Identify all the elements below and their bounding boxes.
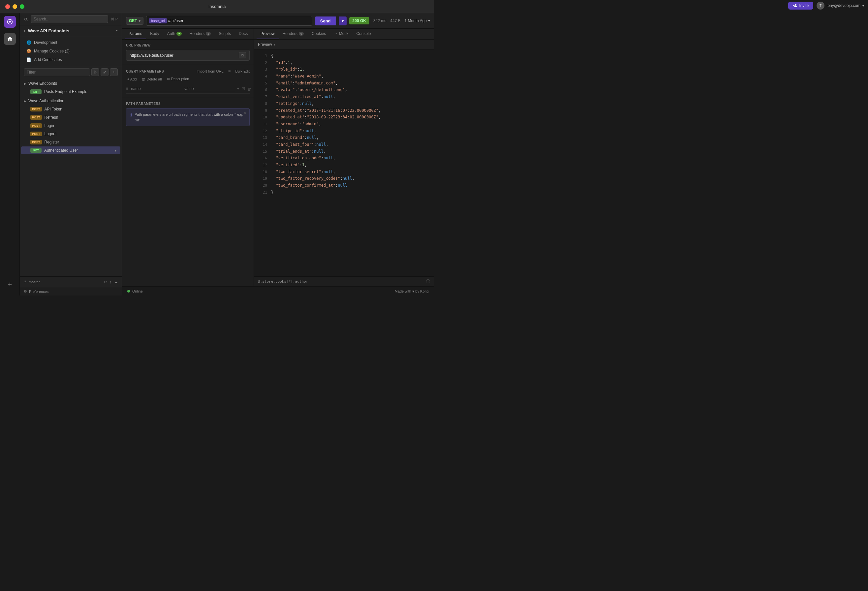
param-value-input[interactable] [183,86,235,92]
sidebar-item-cookies[interactable]: 🍪 Manage Cookies (2) [24,47,118,55]
maximize-button[interactable] [20,4,24,9]
json-line-16: 16 "verification_code": null, [258,155,430,162]
json-line-8: 8 "settings": null, [258,100,430,107]
json-line-3: 3 "role_id": 1, [258,66,430,73]
expand-button[interactable]: ⤢ [100,68,108,76]
sidebar-item-development[interactable]: 🌐 Development [24,38,118,47]
tab-params[interactable]: Params [125,29,146,39]
response-headers-count: 9 [299,32,304,35]
query-params-title: QUERY PARAMETERS [126,69,194,73]
response-stats: 200 OK 322 ms 447 B 1 Month Ago ▾ [349,17,430,24]
tab-response-headers-label: Headers [283,31,297,36]
tab-scripts[interactable]: Scripts [215,29,235,39]
path-params-section: PATH PARAMETERS ℹ Path parameters are ur… [122,98,254,286]
sort-button[interactable]: ⇅ [92,68,99,76]
minimize-button[interactable] [13,4,17,9]
preview-label: Preview [258,42,272,47]
copy-url-button[interactable]: ⧉ [239,52,246,58]
param-check-button[interactable]: ☑ [241,86,246,92]
separator: 👁 [227,69,232,74]
tab-docs[interactable]: Docs [235,29,252,39]
sync-icon-2[interactable]: ↑ [110,280,112,284]
tab-preview[interactable]: Preview [257,29,279,39]
request-panel: Params Body Auth ● Headers 2 Scripts [122,29,254,286]
preview-dropdown-icon[interactable]: ▾ [273,42,275,47]
sync-icon-1[interactable]: ⟳ [104,280,107,284]
collection-wave-auth-header[interactable]: ▶ Wave Authentication [20,97,122,105]
back-button[interactable]: ‹ [24,28,25,33]
collection-wave-endpoints-header[interactable]: ▶ Wave Endpoints [20,80,122,87]
preview-header: Preview ▾ [254,40,434,50]
tab-response-headers[interactable]: Headers 9 [279,29,308,39]
tab-console-label: Console [356,31,371,36]
import-from-url-button[interactable]: Import from URL [196,69,223,73]
tab-auth[interactable]: Auth ● [163,29,186,39]
send-button[interactable]: Send [315,16,336,25]
preferences-label[interactable]: Preferences [29,290,49,294]
method-badge-post-3: POST [30,123,42,128]
search-input[interactable] [31,15,108,23]
request-bar: GET ▾ base_url /api/user Send ▾ 200 OK 3… [122,13,434,29]
branch-name: master [29,280,40,284]
tab-params-label: Params [128,31,142,36]
param-dropdown-button[interactable]: ▾ [236,86,240,92]
description-button[interactable]: ⊕ Description [165,76,190,82]
app-logo[interactable] [4,16,16,28]
sync-icon-3[interactable]: ☁ [114,280,118,284]
tab-console[interactable]: Console [352,29,375,39]
top-search-bar: ⌘ P [20,13,122,25]
request-refresh[interactable]: POST Refresh [21,114,120,121]
request-api-token[interactable]: POST API Token [21,105,120,113]
tab-headers[interactable]: Headers 2 [186,29,215,39]
response-timestamp[interactable]: 1 Month Ago ▾ [404,18,430,23]
status-ok-badge: 200 OK [349,17,369,24]
request-login[interactable]: POST Login [21,122,120,130]
send-dropdown-button[interactable]: ▾ [339,16,347,25]
panel-header: ‹ Wave API Endpoints ▾ [20,25,122,36]
folder-icon: ▶ [24,82,27,86]
param-delete-button[interactable]: 🗑 [247,86,252,92]
window-controls [5,4,24,9]
sidebar-item-cookies-label: Manage Cookies (2) [34,49,69,53]
request-authenticated-user[interactable]: GET Authenticated User ▾ [21,146,120,154]
base-url-badge[interactable]: base_url [149,18,167,24]
request-logout[interactable]: POST Logout [21,130,120,138]
drag-handle-icon[interactable]: ⠿ [126,87,128,91]
delete-all-button[interactable]: 🗑 Delete all [140,77,163,82]
filter-input[interactable] [24,68,90,76]
jsonpath-input[interactable] [258,279,424,284]
add-request-button[interactable]: + [110,68,118,76]
request-dropdown-icon[interactable]: ▾ [115,149,117,152]
method-badge-get: GET [30,89,41,94]
tab-body-label: Body [150,31,159,36]
json-line-5: 5 "email": "admin@admin.com", [258,80,430,87]
param-name-input[interactable] [130,86,182,92]
jsonpath-help-icon[interactable]: ⓘ [426,279,430,284]
json-line-6: 6 "avatar": "users\/default.png", [258,86,430,93]
url-preview-section: URL PREVIEW https://wave.test/api/user ⧉ [122,40,254,65]
collection-wave-endpoints: ▶ Wave Endpoints GET Posts Endpoint Exam… [20,80,122,96]
request-register[interactable]: POST Register [21,138,120,146]
sidebar-item-certificates[interactable]: 📄 Add Certificates [24,55,118,64]
method-select[interactable]: GET ▾ [126,17,143,25]
tab-cookies-label: Cookies [311,31,326,36]
tab-docs-label: Docs [239,31,248,36]
request-posts-endpoint[interactable]: GET Posts Endpoint Example [21,88,120,96]
info-close-button[interactable]: ✕ [244,111,247,116]
param-row: ⠿ ▾ ☑ 🗑 [126,84,249,94]
online-label: Online [132,289,143,293]
timestamp-label: 1 Month Ago [404,18,427,23]
url-bar[interactable]: base_url /api/user [146,16,312,26]
tab-mock[interactable]: → Mock [330,29,352,39]
panel-dropdown-icon[interactable]: ▾ [116,29,118,33]
close-button[interactable] [5,4,10,9]
tab-cookies[interactable]: Cookies [308,29,330,39]
sidebar-quick-items: 🌐 Development 🍪 Manage Cookies (2) 📄 Add… [20,36,122,66]
tab-body[interactable]: Body [146,29,163,39]
home-icon-button[interactable] [4,33,16,45]
response-time: 322 ms [373,18,386,23]
folder-icon-2: ▶ [24,99,27,103]
add-collection-button[interactable] [4,278,16,290]
add-param-button[interactable]: + Add [126,77,138,82]
bulk-edit-button[interactable]: Bulk Edit [235,69,249,73]
